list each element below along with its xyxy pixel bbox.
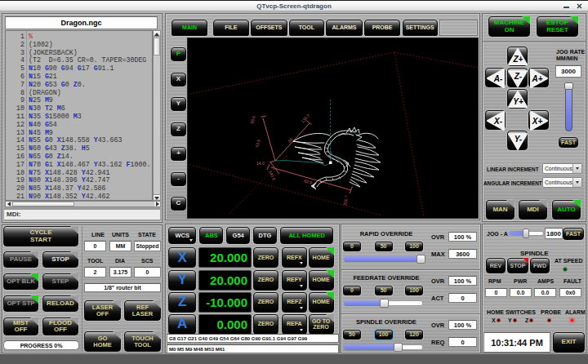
svg-text:43.5: 43.5 — [254, 139, 261, 148]
svg-text:X+: X+ — [532, 116, 543, 125]
svg-text:88: 88 — [287, 136, 293, 143]
svg-text:Z-: Z- — [513, 72, 522, 81]
svg-text:Z+: Z+ — [512, 55, 523, 64]
svg-text:A+: A+ — [531, 74, 542, 83]
svg-text:Y-: Y- — [514, 135, 522, 144]
svg-text:55.6: 55.6 — [249, 115, 256, 124]
svg-text:82.9: 82.9 — [304, 178, 313, 185]
svg-text:X-: X- — [493, 116, 503, 125]
svg-text:A-: A- — [493, 74, 503, 83]
svg-text:Y+: Y+ — [513, 97, 523, 106]
svg-text:200.7: 200.7 — [342, 195, 349, 206]
svg-text:140.9: 140.9 — [268, 170, 277, 181]
svg-text:14.0: 14.0 — [256, 161, 265, 166]
